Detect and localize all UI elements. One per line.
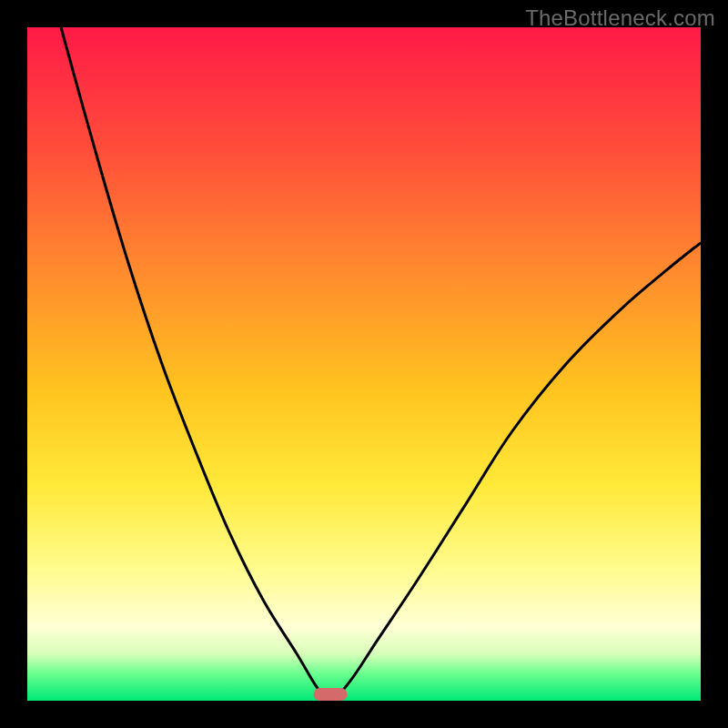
bottleneck-curve <box>27 27 701 701</box>
watermark-text: TheBottleneck.com <box>525 5 715 31</box>
chart-frame: TheBottleneck.com <box>0 0 728 728</box>
minimum-marker <box>314 688 348 701</box>
curve-path <box>61 27 701 701</box>
plot-area <box>27 27 701 701</box>
